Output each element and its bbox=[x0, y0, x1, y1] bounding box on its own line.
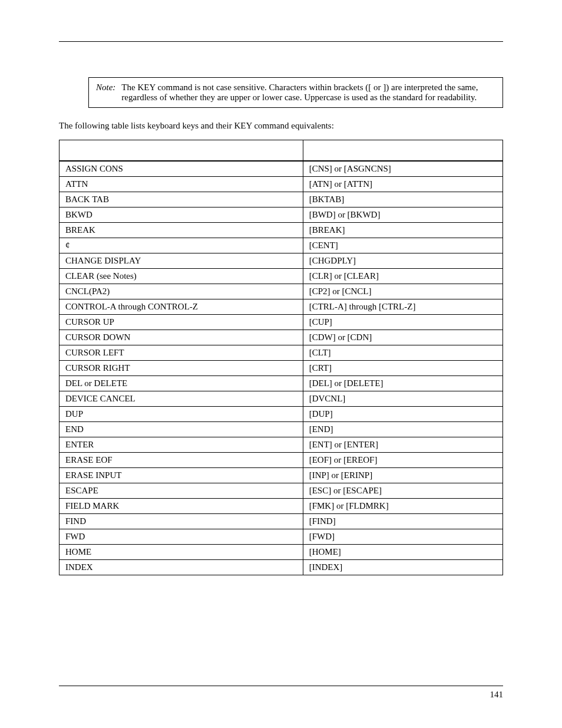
key-command-cell: [CUP] bbox=[303, 315, 503, 330]
key-command-cell: [ATN] or [ATTN] bbox=[303, 177, 503, 192]
table-row: BKWD[BWD] or [BKWD] bbox=[59, 207, 503, 223]
key-name-cell: FIND bbox=[59, 514, 303, 529]
key-name-cell: DUP bbox=[59, 407, 303, 422]
key-command-cell: [BKTAB] bbox=[303, 192, 503, 207]
key-name-cell: FWD bbox=[59, 529, 303, 545]
table-row: CONTROL-A through CONTROL-Z[CTRL-A] thro… bbox=[59, 299, 503, 315]
key-name-cell: ENTER bbox=[59, 437, 303, 453]
key-name-cell: CNCL(PA2) bbox=[59, 284, 303, 299]
table-row: DEVICE CANCEL[DVCNL] bbox=[59, 391, 503, 407]
key-command-cell: [CTRL-A] through [CTRL-Z] bbox=[303, 299, 503, 315]
key-name-cell: CURSOR RIGHT bbox=[59, 361, 303, 376]
key-name-cell: DEVICE CANCEL bbox=[59, 391, 303, 407]
table-row: INDEX[INDEX] bbox=[59, 560, 503, 575]
table-row: CLEAR (see Notes)[CLR] or [CLEAR] bbox=[59, 269, 503, 284]
table-row: ASSIGN CONS[CNS] or [ASGNCNS] bbox=[59, 161, 503, 177]
key-name-cell: CLEAR (see Notes) bbox=[59, 269, 303, 284]
key-command-cell: [FMK] or [FLDMRK] bbox=[303, 499, 503, 514]
key-name-cell: ERASE INPUT bbox=[59, 468, 303, 483]
note-box: Note: The KEY command is not case sensit… bbox=[88, 77, 503, 108]
key-name-cell: INDEX bbox=[59, 560, 303, 575]
table-row: ATTN[ATN] or [ATTN] bbox=[59, 177, 503, 192]
key-command-cell: [END] bbox=[303, 422, 503, 437]
key-name-cell: ¢ bbox=[59, 238, 303, 253]
key-command-cell: [CHGDPLY] bbox=[303, 253, 503, 269]
table-row: END[END] bbox=[59, 422, 503, 437]
key-command-cell: [CENT] bbox=[303, 238, 503, 253]
key-name-cell: ATTN bbox=[59, 177, 303, 192]
table-header-row bbox=[59, 140, 503, 162]
key-table: ASSIGN CONS[CNS] or [ASGNCNS]ATTN[ATN] o… bbox=[59, 140, 503, 575]
key-name-cell: CHANGE DISPLAY bbox=[59, 253, 303, 269]
top-rule bbox=[59, 41, 503, 42]
table-row: ¢[CENT] bbox=[59, 238, 503, 253]
table-row: ESCAPE[ESC] or [ESCAPE] bbox=[59, 483, 503, 499]
key-command-cell: [INP] or [ERINP] bbox=[303, 468, 503, 483]
key-command-cell: [DUP] bbox=[303, 407, 503, 422]
key-name-cell: DEL or DELETE bbox=[59, 376, 303, 391]
table-row: CURSOR RIGHT[CRT] bbox=[59, 361, 503, 376]
key-name-cell: BKWD bbox=[59, 207, 303, 223]
note-label: Note: bbox=[96, 83, 121, 92]
table-row: ERASE EOF[EOF] or [EREOF] bbox=[59, 453, 503, 468]
table-row: FWD[FWD] bbox=[59, 529, 503, 545]
key-command-cell: [CRT] bbox=[303, 361, 503, 376]
key-command-cell: [CDW] or [CDN] bbox=[303, 330, 503, 345]
page: Note: The KEY command is not case sensit… bbox=[0, 0, 562, 728]
key-name-cell: CURSOR UP bbox=[59, 315, 303, 330]
table-row: HOME[HOME] bbox=[59, 545, 503, 560]
table-row: BACK TAB[BKTAB] bbox=[59, 192, 503, 207]
table-row: CNCL(PA2)[CP2] or [CNCL] bbox=[59, 284, 503, 299]
key-command-cell: [BREAK] bbox=[303, 223, 503, 238]
table-row: CHANGE DISPLAY[CHGDPLY] bbox=[59, 253, 503, 269]
key-name-cell: CONTROL-A through CONTROL-Z bbox=[59, 299, 303, 315]
key-name-cell: END bbox=[59, 422, 303, 437]
table-row: DEL or DELETE[DEL] or [DELETE] bbox=[59, 376, 503, 391]
key-name-cell: CURSOR LEFT bbox=[59, 345, 303, 361]
table-row: FIELD MARK[FMK] or [FLDMRK] bbox=[59, 499, 503, 514]
key-name-cell: BACK TAB bbox=[59, 192, 303, 207]
table-row: CURSOR UP[CUP] bbox=[59, 315, 503, 330]
intro-text: The following table lists keyboard keys … bbox=[59, 120, 503, 131]
key-command-cell: [CNS] or [ASGNCNS] bbox=[303, 161, 503, 177]
key-command-cell: [ESC] or [ESCAPE] bbox=[303, 483, 503, 499]
page-number: 141 bbox=[490, 690, 504, 699]
key-name-cell: HOME bbox=[59, 545, 303, 560]
page-footer: 141 bbox=[59, 686, 503, 700]
table-row: BREAK[BREAK] bbox=[59, 223, 503, 238]
key-command-cell: [CLT] bbox=[303, 345, 503, 361]
key-command-cell: [EOF] or [EREOF] bbox=[303, 453, 503, 468]
key-command-cell: [FIND] bbox=[303, 514, 503, 529]
key-name-cell: BREAK bbox=[59, 223, 303, 238]
key-command-cell: [BWD] or [BKWD] bbox=[303, 207, 503, 223]
key-command-cell: [HOME] bbox=[303, 545, 503, 560]
key-name-cell: ASSIGN CONS bbox=[59, 161, 303, 177]
table-row: DUP[DUP] bbox=[59, 407, 503, 422]
table-header-col1 bbox=[59, 140, 303, 162]
key-name-cell: CURSOR DOWN bbox=[59, 330, 303, 345]
table-row: ENTER[ENT] or [ENTER] bbox=[59, 437, 503, 453]
key-command-cell: [DVCNL] bbox=[303, 391, 503, 407]
note-text: The KEY command is not case sensitive. C… bbox=[121, 83, 495, 103]
key-command-cell: [DEL] or [DELETE] bbox=[303, 376, 503, 391]
table-row: FIND[FIND] bbox=[59, 514, 503, 529]
table-row: ERASE INPUT[INP] or [ERINP] bbox=[59, 468, 503, 483]
key-name-cell: ESCAPE bbox=[59, 483, 303, 499]
table-header-col2 bbox=[303, 140, 503, 162]
key-command-cell: [CLR] or [CLEAR] bbox=[303, 269, 503, 284]
key-command-cell: [FWD] bbox=[303, 529, 503, 545]
key-command-cell: [CP2] or [CNCL] bbox=[303, 284, 503, 299]
table-row: CURSOR LEFT[CLT] bbox=[59, 345, 503, 361]
key-command-cell: [INDEX] bbox=[303, 560, 503, 575]
key-name-cell: FIELD MARK bbox=[59, 499, 303, 514]
key-name-cell: ERASE EOF bbox=[59, 453, 303, 468]
table-row: CURSOR DOWN[CDW] or [CDN] bbox=[59, 330, 503, 345]
key-command-cell: [ENT] or [ENTER] bbox=[303, 437, 503, 453]
